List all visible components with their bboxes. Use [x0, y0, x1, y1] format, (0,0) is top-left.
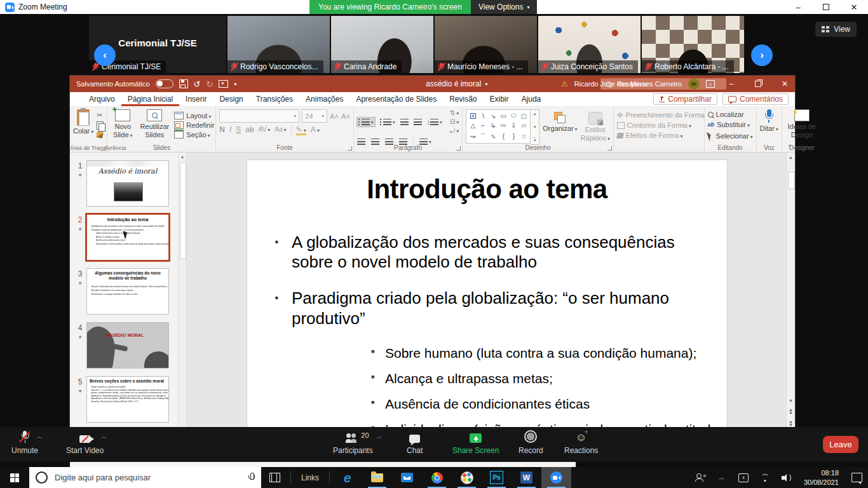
avatar[interactable]: RI — [688, 78, 700, 90]
ppt-minimize-button[interactable]: – — [721, 76, 742, 92]
scrollbar-thumb[interactable] — [788, 172, 795, 189]
find-button[interactable]: Localizar — [708, 111, 744, 118]
highlight-color-button[interactable]: ✎ — [296, 126, 306, 133]
taskbar-app-zoom[interactable] — [541, 467, 571, 488]
slide-title[interactable]: Introdução ao tema — [247, 174, 727, 205]
scrollbar-thumb[interactable] — [180, 163, 186, 259]
dictate-button[interactable]: Ditar — [760, 109, 778, 133]
action-center-button[interactable] — [845, 473, 868, 482]
participant-tile-roberto[interactable]: Roberto Alcântara - ... — [642, 16, 744, 73]
format-painter-button[interactable] — [97, 131, 104, 139]
participant-tile-mauricio[interactable]: Maurício Meneses - ... — [435, 16, 537, 73]
participants-chevron[interactable]: ︿ — [376, 433, 382, 441]
bold-button[interactable]: N — [219, 126, 225, 133]
thumbnail-slide-3[interactable]: 3 ★ Algumas consequências do novo modelo… — [74, 268, 176, 315]
tab-ajuda[interactable]: Ajuda — [515, 92, 548, 106]
cut-button[interactable]: ✂ — [97, 111, 102, 119]
new-slide-button[interactable]: Novo Slide — [111, 109, 135, 139]
text-direction-button[interactable]: ⇅ — [450, 109, 459, 116]
select-button[interactable]: Selecionar — [708, 131, 753, 140]
font-size-combo[interactable]: 24▾ — [302, 109, 327, 123]
increase-indent-button[interactable] — [414, 119, 422, 125]
slide-body-text[interactable]: A globalização dos mercados e suas conse… — [292, 233, 681, 454]
taskbar-app-edge[interactable]: e — [332, 467, 362, 488]
close-button[interactable]: ✕ — [840, 0, 868, 14]
change-case-button[interactable]: Aa — [275, 126, 286, 133]
underline-button[interactable]: S — [236, 126, 241, 133]
share-button[interactable]: Compartilhar — [653, 93, 717, 105]
links-toolbar[interactable]: Links — [294, 467, 327, 488]
unmute-button[interactable]: ︿ Unmute — [11, 431, 38, 455]
font-color-button[interactable]: A — [311, 126, 320, 133]
thumbnail-slide-2[interactable]: 2 ★ Introdução ao tema A globalização do… — [74, 214, 176, 261]
record-button[interactable]: Record — [519, 431, 543, 455]
undo-icon[interactable]: ↺ — [194, 80, 201, 88]
thumbnails-scrollbar[interactable]: ▲ — [178, 152, 186, 427]
reuse-slides-button[interactable]: Reutilizar Slides — [138, 109, 171, 139]
font-name-combo[interactable]: ▾ — [219, 109, 299, 123]
taskbar-clock[interactable]: 08:18 30/08/2021 — [797, 468, 845, 487]
scroll-up-icon[interactable]: ▲ — [787, 155, 795, 159]
bullets-button[interactable] — [357, 118, 375, 126]
shape-effects-button[interactable]: Efeitos de Forma — [617, 132, 683, 139]
view-options-button[interactable]: View Options ▾ — [471, 0, 538, 14]
reactions-button[interactable]: ☺+ Reactions — [564, 431, 598, 455]
account-name[interactable]: Ricardo Jose das Merces Carneiro — [574, 80, 682, 88]
maximize-button[interactable] — [812, 0, 840, 14]
taskbar-app-mail[interactable] — [392, 467, 422, 488]
tab-transicoes[interactable]: Transições — [250, 92, 299, 106]
line-spacing-button[interactable]: ↕ — [427, 119, 442, 126]
numbering-button[interactable] — [380, 119, 395, 125]
minimize-button[interactable]: – — [784, 0, 812, 14]
start-video-button[interactable]: ︿ Start Video — [66, 431, 104, 455]
ribbon-display-options-icon[interactable]: ˅ — [706, 80, 715, 88]
pen-input-button[interactable]: x — [733, 473, 754, 482]
view-layout-button[interactable]: View — [815, 22, 857, 37]
section-button[interactable]: Seção — [174, 131, 210, 139]
volume-button[interactable]: ) — [776, 474, 797, 482]
drawing-dialog-launcher[interactable] — [607, 146, 612, 151]
scroll-down-icon[interactable]: ▼ — [787, 398, 795, 403]
tab-inserir[interactable]: Inserir — [179, 92, 213, 106]
thumbnail-slide-1[interactable]: 1 ★ Assédio é imoral — [74, 160, 176, 207]
shrink-font-button[interactable]: A˅ — [341, 112, 350, 120]
paste-button[interactable]: Colar — [73, 109, 93, 135]
italic-button[interactable]: I — [229, 126, 231, 133]
copy-button[interactable] — [97, 121, 104, 130]
grow-font-button[interactable]: A˄ — [330, 112, 339, 120]
taskbar-app-paint[interactable] — [452, 467, 482, 488]
strikethrough-button[interactable]: ab — [245, 126, 254, 133]
shape-outline-button[interactable]: Contorno da Forma — [617, 121, 691, 129]
collapse-ribbon-button[interactable]: ^ — [789, 144, 791, 150]
taskbar-app-photoshop[interactable]: Ps — [482, 467, 512, 488]
shape-fill-button[interactable]: Preenchimento da Forma — [617, 111, 705, 119]
document-title[interactable]: assédio é imoral ▾ — [426, 79, 487, 88]
quick-styles-button[interactable]: Estilos Rápidos — [581, 109, 610, 142]
smartart-button[interactable]: ⤾ — [450, 127, 459, 135]
thumbnail-slide-4[interactable]: 4 ★ ASSÉDIO MORAL — [74, 322, 176, 369]
redo-icon[interactable]: ↻ — [206, 80, 213, 88]
network-button[interactable] — [754, 474, 776, 482]
taskbar-search-input[interactable] — [53, 472, 242, 483]
share-screen-button[interactable]: Share Screen — [452, 431, 499, 455]
leave-button[interactable]: Leave — [823, 436, 858, 453]
clipboard-dialog-launcher[interactable] — [101, 146, 105, 151]
video-options-chevron[interactable]: ︿ — [101, 433, 107, 441]
decrease-indent-button[interactable] — [400, 119, 409, 125]
comments-button[interactable]: Comentários — [722, 93, 789, 105]
taskbar-search[interactable] — [29, 467, 261, 488]
participants-button[interactable]: 20︿ Participants — [333, 431, 373, 455]
tab-apresentacao[interactable]: Apresentação de Slides — [349, 92, 443, 106]
previous-slide-button[interactable]: ▲▲ — [787, 409, 795, 413]
thumbnail-slide-5[interactable]: 5 ★ Breves noções sobre o assédio moral … — [74, 376, 176, 423]
save-icon[interactable] — [179, 79, 188, 88]
paragraph-dialog-launcher[interactable] — [456, 146, 461, 151]
scroll-up-icon[interactable]: ▲ — [179, 154, 186, 159]
taskbar-app-file-explorer[interactable] — [362, 467, 392, 488]
autosave-toggle[interactable] — [156, 79, 173, 88]
replace-button[interactable]: abSubstituir — [708, 121, 750, 128]
font-dialog-launcher[interactable] — [348, 146, 352, 151]
show-hidden-icons-button[interactable]: ︿ — [711, 473, 733, 482]
tab-animacoes[interactable]: Animações — [299, 92, 349, 106]
slide-scrollbar[interactable]: ▲ ▼ ▲▲ ▼▼ — [786, 152, 795, 427]
